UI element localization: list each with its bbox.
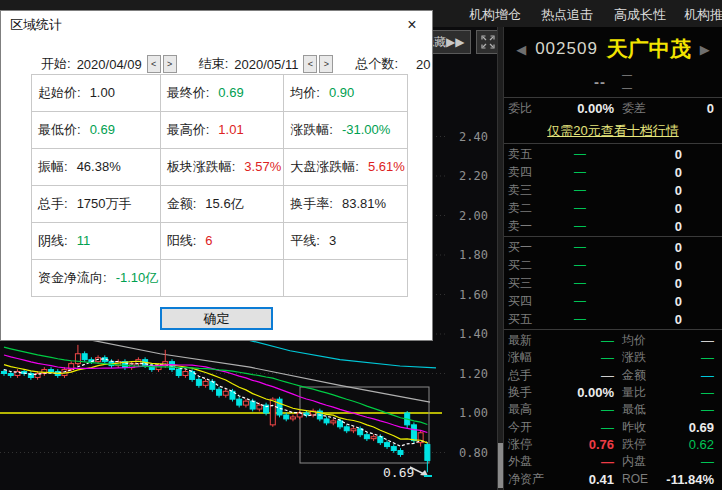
detail-value: 0.76 <box>554 437 614 452</box>
stat-label: 最低价: <box>38 122 81 137</box>
promo-link-row: 仅需20元查看十档行情 <box>504 119 722 143</box>
dialog-titlebar[interactable]: 区域统计 × <box>1 11 432 39</box>
stat-label: 总手: <box>38 196 68 211</box>
bid-book: 买一 — 0 买二 — 0 买三 — 0 买四 — 0 买五 — <box>504 236 722 329</box>
price-change-placeholder: — <box>622 72 632 77</box>
tab-institution-recommend[interactable]: 机构推荐 <box>684 6 722 24</box>
region-statistics-dialog: 区域统计 × 开始: 2020/04/09 < > 结束: 2020/05/11… <box>0 10 433 341</box>
detail-label: 涨幅 <box>508 349 554 366</box>
next-stock-arrow-icon[interactable]: ▶ <box>700 42 710 57</box>
detail-value: — <box>554 402 614 417</box>
detail-label: 涨停 <box>508 436 554 453</box>
bid-row: 买五 — 0 <box>504 310 722 328</box>
stat-label: 涨跌幅: <box>290 122 333 137</box>
stat-label: 最终价: <box>167 85 210 100</box>
table-row: 资金净流向:-1.10亿 <box>32 260 408 297</box>
last-price-annotation: 0.69 <box>383 465 414 480</box>
bid-row: 买一 — 0 <box>504 238 722 256</box>
start-date-prev-button[interactable]: < <box>147 55 161 73</box>
ask-row: 卖二 — 0 <box>504 199 722 217</box>
detail-value: 0.41 <box>554 472 614 487</box>
ask-label: 卖二 <box>508 200 554 217</box>
ask-volume: 0 <box>606 165 682 180</box>
detail-value: — <box>664 385 714 400</box>
detail-value: — <box>664 350 714 365</box>
detail-value: — <box>554 350 614 365</box>
close-icon[interactable]: × <box>401 16 423 34</box>
stat-label: 最高价: <box>167 122 210 137</box>
quote-detail-row: 涨幅 — 涨跌 — <box>504 349 722 366</box>
total-count-label: 总个数: <box>355 55 398 73</box>
stat-value: 15.6亿 <box>205 196 243 211</box>
detail-label: 最高 <box>508 401 554 418</box>
end-date-next-button[interactable]: > <box>319 55 333 73</box>
ask-row: 卖一 — 0 <box>504 217 722 235</box>
stock-name: 天广中茂 <box>607 35 691 63</box>
total-count-value: 20 <box>416 57 430 72</box>
table-row: 总手:1750万手 金额:15.6亿 换手率:83.81% <box>32 186 408 223</box>
ok-button[interactable]: 确定 <box>160 307 273 330</box>
level2-promo-link[interactable]: 仅需20元查看十档行情 <box>547 122 678 140</box>
ask-label: 卖四 <box>508 164 554 181</box>
quote-detail-row: 外盘 — 内盘 — <box>504 453 722 470</box>
y-axis-label: 1.20 <box>459 367 488 381</box>
weibi-row: 委比 0.00% 委差 0 <box>504 97 722 119</box>
y-axis-label: 2.00 <box>459 209 488 223</box>
weicha-value: 0 <box>658 101 714 116</box>
bid-row: 买二 — 0 <box>504 256 722 274</box>
stat-label: 金额: <box>167 196 197 211</box>
detail-label: 外盘 <box>508 453 554 470</box>
quote-detail-row: 净资产 0.41 ROE -11.84% <box>504 471 722 488</box>
stat-value: -1.10亿 <box>116 270 159 285</box>
stat-value: 0.69 <box>218 85 243 100</box>
stat-label: 阳线: <box>167 233 197 248</box>
bid-volume: 0 <box>606 276 682 291</box>
ask-label: 卖三 <box>508 182 554 199</box>
quote-panel: ◀ 002509 天广中茂 ▶ -- — — 委比 0.00% 委差 0 仅需2… <box>503 27 722 490</box>
detail-value: -11.84% <box>664 472 714 487</box>
bid-label: 买五 <box>508 311 554 328</box>
statistics-table: 起始价:1.00 最终价:0.69 均价:0.90 最低价:0.69 最高价:1… <box>31 74 408 297</box>
stat-label: 平线: <box>290 233 320 248</box>
quote-header: ◀ 002509 天广中茂 ▶ -- — — <box>504 27 722 97</box>
bid-row: 买三 — 0 <box>504 274 722 292</box>
quote-detail-row: 换手 0.00% 量比 — <box>504 384 722 401</box>
stat-label: 大盘涨跌幅: <box>290 159 359 174</box>
bid-label: 买四 <box>508 293 554 310</box>
tab-institution-increase[interactable]: 机构增仓 <box>469 6 521 24</box>
price-change-pct-placeholder: — <box>622 85 632 90</box>
start-date-next-button[interactable]: > <box>163 55 177 73</box>
ask-price: — <box>554 201 606 215</box>
y-axis-label: 1.00 <box>459 406 488 420</box>
detail-label: 内盘 <box>614 453 664 470</box>
ask-label: 卖一 <box>508 218 554 235</box>
detail-label: 今开 <box>508 419 554 436</box>
detail-value: — <box>664 402 714 417</box>
table-row: 最低价:0.69 最高价:1.01 涨跌幅:-31.00% <box>32 112 408 149</box>
end-date-prev-button[interactable]: < <box>303 55 317 73</box>
stock-app-window: 机构增仓 热点追击 高成长性 机构推荐 2.402.202.001.801.60… <box>0 0 722 490</box>
prev-stock-arrow-icon[interactable]: ◀ <box>516 42 526 57</box>
tab-hot-chase[interactable]: 热点追击 <box>541 6 593 24</box>
ask-volume: 0 <box>606 183 682 198</box>
stat-label: 资金净流向: <box>38 270 107 285</box>
ask-volume: 0 <box>606 201 682 216</box>
y-axis-label: 1.40 <box>459 327 488 341</box>
stat-label: 振幅: <box>38 159 68 174</box>
y-axis-label: 2.40 <box>459 130 488 144</box>
stat-label: 阴线: <box>38 233 68 248</box>
ask-price: — <box>554 147 606 161</box>
ask-price: — <box>554 183 606 197</box>
start-date-value: 2020/04/09 <box>77 57 142 72</box>
detail-value: 0.00% <box>554 385 614 400</box>
detail-label: 均价 <box>614 332 664 349</box>
tab-high-growth[interactable]: 高成长性 <box>614 6 666 24</box>
ask-label: 卖五 <box>508 146 554 163</box>
stat-value: 46.38% <box>77 159 121 174</box>
weicha-label: 委差 <box>614 100 658 117</box>
y-axis-label: 1.60 <box>459 288 488 302</box>
bid-price: — <box>554 312 606 326</box>
ask-volume: 0 <box>606 219 682 234</box>
detail-value: 0.62 <box>664 437 714 452</box>
ask-price: — <box>554 219 606 233</box>
